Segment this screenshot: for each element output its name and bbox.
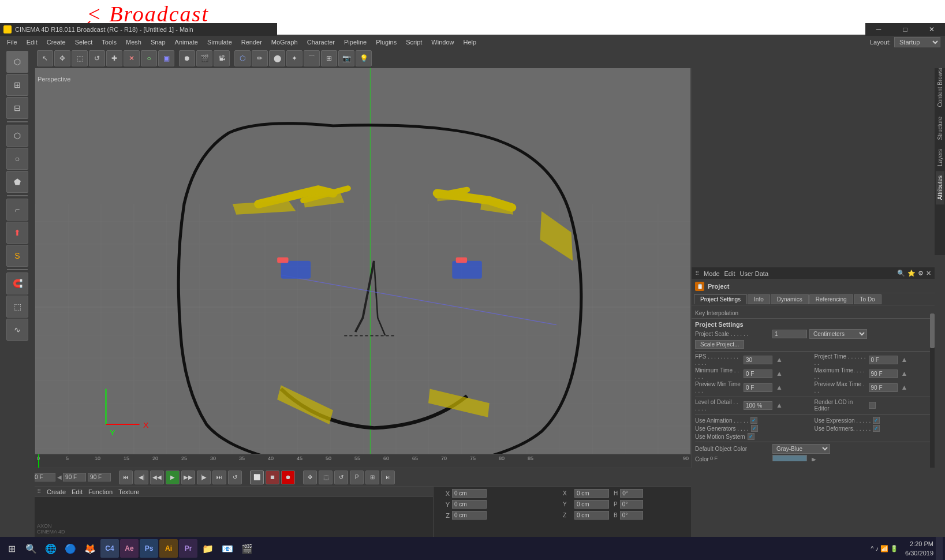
project-time-arrow[interactable]: ▲ <box>901 356 908 364</box>
viewport-canvas[interactable]: Perspective <box>35 62 690 467</box>
toolbar-arrow[interactable]: ↖ <box>37 50 53 66</box>
menu-pipeline[interactable]: Pipeline <box>339 38 371 47</box>
toolbar-film2[interactable]: 📽 <box>214 50 230 66</box>
fps-arrow-up[interactable]: ▲ <box>776 356 783 364</box>
project-time-input[interactable] <box>869 356 898 364</box>
lt-cube[interactable]: ⬡ <box>6 125 28 147</box>
project-scale-input[interactable] <box>772 330 807 338</box>
attr-tab-referencing[interactable]: Referencing <box>809 294 853 304</box>
color-expand-icon[interactable]: ▶ <box>812 456 816 462</box>
ll-menu-function[interactable]: Function <box>88 488 113 495</box>
play-button[interactable]: ▶ <box>166 471 180 484</box>
tab-attributes[interactable]: Attributes <box>936 171 944 204</box>
go-end-button[interactable]: ⏭ <box>212 471 226 484</box>
menu-tools[interactable]: Tools <box>97 38 121 47</box>
min-time-input[interactable] <box>744 369 772 378</box>
preview-max-arrow[interactable]: ▲ <box>901 383 908 391</box>
end-frame-input[interactable] <box>63 473 86 481</box>
coord-x2-input[interactable] <box>574 489 609 498</box>
menu-file[interactable]: File <box>2 38 22 47</box>
menu-snap[interactable]: Snap <box>146 38 170 47</box>
record-active-button[interactable]: ⏺ <box>281 471 295 484</box>
attr-tab-info[interactable]: Info <box>748 294 770 304</box>
next-key-button[interactable]: |▶ <box>197 471 211 484</box>
menu-animate[interactable]: Animate <box>170 38 203 47</box>
attr-gear-icon[interactable]: ⚙ <box>918 270 924 277</box>
taskbar-start-button[interactable]: ⊞ <box>2 539 21 558</box>
tab-layers[interactable]: Layers <box>936 144 944 171</box>
attr-scrollbar-thumb[interactable] <box>930 313 935 348</box>
next-frame-button[interactable]: ▶▶ <box>181 471 195 484</box>
lt-cylinder[interactable]: ⬟ <box>6 171 28 193</box>
menu-help[interactable]: Help <box>458 38 481 47</box>
menu-script[interactable]: Script <box>401 38 427 47</box>
lt-layer[interactable]: ⬚ <box>6 296 28 318</box>
toolbar-cam[interactable]: 📷 <box>338 50 354 66</box>
attr-menu-edit[interactable]: Edit <box>724 270 735 277</box>
render-lod-checkbox[interactable] <box>869 402 876 409</box>
taskbar-cinema4d[interactable]: C4 <box>100 539 119 558</box>
record-button[interactable]: ⬜ <box>250 471 264 484</box>
maximize-button[interactable]: □ <box>892 23 918 36</box>
coord-b-input[interactable] <box>620 511 643 520</box>
lt-corner[interactable]: ⌐ <box>6 199 28 221</box>
record-tr[interactable]: ⏯ <box>381 471 395 484</box>
ll-menu-edit[interactable]: Edit <box>72 488 83 495</box>
taskbar-action-center[interactable] <box>936 537 943 560</box>
loop-button[interactable]: ↺ <box>228 471 242 484</box>
toolbar-keyframe[interactable]: ⏺ <box>179 50 195 66</box>
key-interpolation-tab[interactable]: Key Interpolation <box>692 308 935 319</box>
toolbar-material[interactable]: ⬤ <box>269 50 285 66</box>
minimize-button[interactable]: ─ <box>865 23 892 36</box>
stop-button[interactable]: ⏹ <box>266 471 279 484</box>
coord-y-input[interactable] <box>452 500 487 509</box>
project-scale-unit-dropdown[interactable]: Centimeters Meters Millimeters Inches <box>809 329 867 339</box>
toolbar-move[interactable]: ✥ <box>54 50 70 66</box>
attr-menu-mode[interactable]: Mode <box>704 270 720 277</box>
end-frame2-input[interactable] <box>88 473 111 481</box>
preview-max-input[interactable] <box>869 383 898 392</box>
taskbar-mail[interactable]: 📧 <box>218 539 237 558</box>
coord-h-input[interactable] <box>620 489 643 498</box>
prev-frame-button[interactable]: ◀◀ <box>150 471 164 484</box>
toolbar-grid[interactable]: ⊞ <box>321 50 337 66</box>
attr-tab-project-settings[interactable]: Project Settings <box>694 294 747 304</box>
prev-key-button[interactable]: ◀| <box>135 471 148 484</box>
use-animation-checkbox[interactable] <box>750 417 757 424</box>
scale-project-button[interactable]: Scale Project... <box>695 340 744 349</box>
grid-tr[interactable]: ⊞ <box>365 471 379 484</box>
taskbar-firefox[interactable]: 🦊 <box>81 539 99 558</box>
ll-menu-texture[interactable]: Texture <box>118 488 139 495</box>
menu-mesh[interactable]: Mesh <box>121 38 146 47</box>
menu-create[interactable]: Create <box>42 38 70 47</box>
tab-structure[interactable]: Structure <box>936 112 944 145</box>
ll-menu-create[interactable]: Create <box>47 488 66 495</box>
park-tr[interactable]: P <box>350 471 364 484</box>
preview-min-arrow[interactable]: ▲ <box>776 383 783 391</box>
lt-sphere[interactable]: ○ <box>6 148 28 170</box>
min-time-arrow[interactable]: ▲ <box>776 369 783 378</box>
toolbar-bend[interactable]: ⌒ <box>304 50 320 66</box>
lt-grid[interactable]: ⊟ <box>6 97 28 119</box>
toolbar-scale[interactable]: ⬚ <box>72 50 88 66</box>
layout-dropdown[interactable]: Startup <box>894 37 940 47</box>
coord-z-input[interactable] <box>452 511 487 520</box>
toolbar-add[interactable]: ✚ <box>106 50 122 66</box>
lt-spline[interactable]: ∿ <box>6 319 28 341</box>
coord-p-input[interactable] <box>620 500 643 509</box>
attr-bookmark-icon[interactable]: ⭐ <box>907 270 916 277</box>
rotate-tool-tr[interactable]: ↺ <box>334 471 348 484</box>
use-generators-checkbox[interactable] <box>751 425 758 432</box>
max-time-arrow[interactable]: ▲ <box>901 369 908 378</box>
systray-icons[interactable]: ^ ♪ 📶 🔋 <box>871 545 898 552</box>
lt-script[interactable]: S <box>6 245 28 267</box>
coord-y2-input[interactable] <box>574 500 609 509</box>
toolbar-y[interactable]: ○ <box>141 50 157 66</box>
menu-window[interactable]: Window <box>427 38 458 47</box>
taskbar-pr[interactable]: Pr <box>179 539 197 558</box>
coord-x-input[interactable] <box>452 489 487 498</box>
taskbar-ie[interactable]: 🌐 <box>42 539 60 558</box>
use-deformers-checkbox[interactable] <box>873 425 880 432</box>
attr-tab-todo[interactable]: To Do <box>854 294 881 304</box>
scale-tool-tr[interactable]: ⬚ <box>319 471 333 484</box>
